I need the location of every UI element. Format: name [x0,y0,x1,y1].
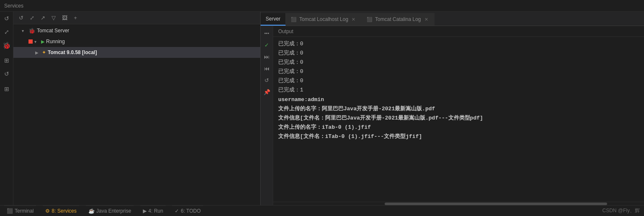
tomcat-server-label: Tomcat Server [37,28,69,34]
bottom-tab-todo[interactable]: ✓ 6: TODO [172,206,203,216]
output-line-6: username:admin [278,95,639,104]
output-line-3: 已完成：0 [278,67,639,76]
output-back-icon[interactable]: ⏮ [262,64,272,73]
services-tree: ▾ 🐞 Tomcat Server ▾ ▶ Running ▶ ✦ Tomcat… [13,24,260,205]
stop-icon [28,39,33,44]
bottom-tab-java-enterprise[interactable]: ☕ Java Enterprise [86,206,134,216]
services-refresh-icon[interactable]: ↺ [17,14,25,22]
left-sidebar: ↺ ⤢ 🐞 ⊞ ↺ ⊞ [0,12,13,205]
terminal-label: Terminal [15,208,34,214]
right-panel: Server ⬛ Tomcat Localhost Log ✕ ⬛ Tomcat… [261,12,644,205]
refresh-icon[interactable]: ↺ [2,13,12,23]
output-content[interactable]: 已完成：0 已完成：0 已完成：0 已完成：0 已完成：0 已完成：1 user… [273,37,644,202]
output-forward-icon[interactable]: ⏭ [262,52,272,61]
services-icon: ⚙ [45,208,50,214]
services-pin-icon[interactable]: ↗ [39,14,47,22]
arrow-running-icon: ▾ [34,39,39,44]
catalina-log-close-icon[interactable]: ✕ [424,16,429,23]
brand-label: CSDN @Fly、辉 [602,207,640,214]
output-line-4: 已完成：0 [278,76,639,86]
output-check-icon[interactable]: ✓ [262,40,272,49]
todo-label: 6: TODO [181,208,201,214]
output-line-7: 文件上传的名字：阿里巴巴Java开发手册-2021最新嵩山版.pdf [278,104,639,114]
output-container: ••• ✓ ⏭ ⏮ ↺ 📌 Output 已完成：0 已完成：0 已完成：0 已… [261,26,644,205]
services-expand-icon[interactable]: ⤢ [28,14,36,22]
java-label: Java Enterprise [96,208,131,214]
tree-item-running[interactable]: ▾ ▶ Running [13,36,260,47]
output-line-1: 已完成：0 [278,49,639,58]
tab-localhost-log[interactable]: ⬛ Tomcat Localhost Log ✕ [286,13,362,26]
output-pin-icon[interactable]: 📌 [262,87,272,96]
pin-icon[interactable]: 🐞 [2,40,12,50]
scroll-thumb[interactable] [385,203,607,205]
output-line-10: 文件信息[文件名：iTab-0 (1).jfif---文件类型jfif] [278,132,639,141]
tomcat-instance-label: Tomcat 9.0.58 [local] [48,49,97,55]
tab-catalina-log-label: Tomcat Catalina Log [375,16,421,22]
output-line-0: 已完成：0 [278,39,639,49]
output-line-5: 已完成：1 [278,86,639,95]
terminal-icon: ⬛ [7,208,13,214]
services-panel: ↺ ⤢ ↗ ▽ 🖼 + ▾ 🐞 Tomcat Server ▾ ▶ Runnin… [13,12,261,205]
reload-icon[interactable]: ↺ [2,69,12,79]
output-line-8: 文件信息[文件名：阿里巴巴Java开发手册-2021最新嵩山版.pdf---文件… [278,114,639,123]
services-filter-icon[interactable]: ▽ [49,14,58,22]
bug-icon: 🐞 [28,28,35,34]
horizontal-scrollbar[interactable] [273,202,644,205]
todo-icon: ✓ [175,208,179,214]
services-toolbar: ↺ ⤢ ↗ ▽ 🖼 + [13,12,260,24]
output-label: Output [278,29,293,34]
services-add-icon[interactable]: + [71,14,80,22]
services-image-icon[interactable]: 🖼 [60,14,69,22]
tab-server[interactable]: Server [261,13,286,26]
running-label: Running [46,39,65,44]
tab-catalina-log[interactable]: ⬛ Tomcat Catalina Log ✕ [362,13,434,26]
bottom-tab-terminal[interactable]: ⬛ Terminal [4,206,36,216]
expand-icon[interactable]: ⤢ [2,27,12,37]
grid-icon[interactable]: ⊞ [2,55,12,65]
bottom-bar: ⬛ Terminal ⚙ 8: Services ☕ Java Enterpri… [0,205,644,216]
tab-localhost-log-label: Tomcat Localhost Log [299,16,348,22]
catalina-log-icon: ⬛ [367,17,372,22]
output-toolbar: ••• ✓ ⏭ ⏮ ↺ 📌 [261,26,273,205]
server-instance-icon: ✦ [42,49,46,55]
run-bottom-icon: ▶ [143,208,147,214]
main-area: ↺ ⤢ 🐞 ⊞ ↺ ⊞ ↺ ⤢ ↗ ▽ 🖼 + ▾ 🐞 Tomcat Serve… [0,12,644,205]
title-label: Services [4,3,23,9]
apps-icon[interactable]: ⊞ [2,84,12,94]
tree-item-tomcat-instance[interactable]: ▶ ✦ Tomcat 9.0.58 [local] [13,47,260,58]
run-icon: ▶ [41,39,44,44]
localhost-log-icon: ⬛ [291,17,297,22]
arrow-instance-icon: ▶ [35,50,40,55]
services-label: 8: Services [52,208,76,214]
arrow-icon: ▾ [22,29,27,33]
tabs-bar: Server ⬛ Tomcat Localhost Log ✕ ⬛ Tomcat… [261,12,644,26]
output-area: Output 已完成：0 已完成：0 已完成：0 已完成：0 已完成：0 已完成… [273,26,644,205]
run-label: 4: Run [148,208,163,214]
bottom-tab-run[interactable]: ▶ 4: Run [140,206,166,216]
bottom-tab-services[interactable]: ⚙ 8: Services [43,206,79,216]
output-header: Output [273,26,644,37]
output-refresh-icon[interactable]: ↺ [262,75,272,85]
tab-server-label: Server [266,16,280,22]
output-line-9: 文件上传的名字：iTab-0 (1).jfif [278,123,639,132]
java-icon: ☕ [88,208,95,214]
output-more-icon[interactable]: ••• [262,29,272,38]
title-bar: Services [0,0,644,12]
localhost-log-close-icon[interactable]: ✕ [351,16,356,23]
tree-item-tomcat-server[interactable]: ▾ 🐞 Tomcat Server [13,25,260,36]
output-line-2: 已完成：0 [278,58,639,67]
